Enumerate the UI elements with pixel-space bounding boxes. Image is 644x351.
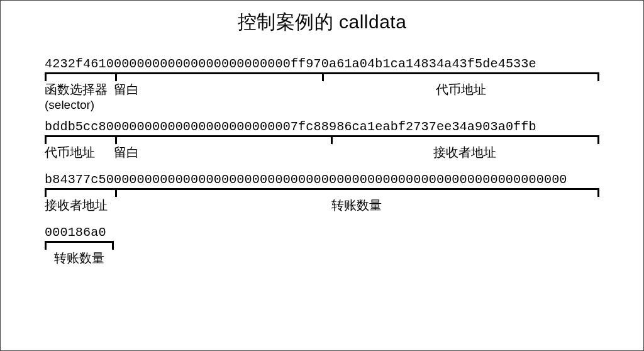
label-text: 代币地址	[436, 81, 486, 98]
bracket-seg	[45, 72, 115, 81]
hex-line: 4232f461 000000000000000000000000 ff970a…	[45, 57, 599, 71]
hex-segment: 0000000000000000000000007	[106, 120, 298, 134]
label-text: 留白	[114, 144, 139, 161]
bracket-seg	[331, 135, 599, 144]
hex-line: b84377c5 0000000000000000000000000000000…	[45, 172, 599, 187]
diagram-frame: 控制案例的 calldata 4232f461 0000000000000000…	[0, 0, 644, 351]
bracket-seg	[115, 135, 331, 144]
hex-segment: b84377c5	[45, 172, 106, 187]
label-text: 转账数量	[54, 250, 104, 267]
hex-segment: fc88986ca1eabf2737ee34a903a0ffb	[298, 120, 536, 134]
segment-label: 代币地址	[322, 81, 599, 112]
hex-segment: ff970a61a04b1ca14834a43f5de4533e	[291, 57, 536, 71]
segment-label: 留白	[114, 144, 331, 161]
segment-label: 代币地址	[45, 144, 114, 161]
segment-bracket	[45, 72, 599, 81]
bracket-seg	[322, 72, 599, 81]
segment-label: 接收者地址	[331, 144, 599, 161]
bracket-seg	[115, 72, 322, 81]
hex-line: bddb5cc8 0000000000000000000000007 fc889…	[45, 120, 599, 134]
bracket-seg	[45, 135, 115, 144]
hex-segment: 000000000000000000000000	[106, 57, 291, 71]
segment-labels: 接收者地址 转账数量	[45, 197, 599, 214]
hex-line: 000186a0	[45, 225, 114, 240]
hex-segment: 0000000000000000000000000000000000000000…	[106, 172, 567, 187]
label-text: 代币地址	[45, 144, 95, 161]
hex-segment: 000186a0	[45, 225, 106, 240]
segment-labels: 函数选择器 (selector) 留白 代币地址	[45, 81, 599, 112]
segment-label: 接收者地址	[45, 197, 114, 214]
label-text: 留白	[114, 81, 139, 98]
label-text: 转账数量	[331, 197, 382, 214]
segment-bracket	[45, 188, 599, 197]
label-text: 接收者地址	[45, 197, 108, 214]
label-subtext: (selector)	[45, 98, 94, 112]
segment-labels: 代币地址 留白 接收者地址	[45, 144, 599, 161]
label-text: 函数选择器	[45, 81, 108, 98]
label-text: 接收者地址	[433, 144, 496, 161]
segment-labels: 转账数量	[45, 250, 114, 267]
bracket-seg	[45, 188, 115, 197]
calldata-row-3: 000186a0 转账数量	[45, 225, 114, 267]
hex-segment: bddb5cc8	[45, 120, 106, 134]
diagram-title: 控制案例的 calldata	[45, 9, 599, 35]
segment-bracket	[45, 135, 599, 144]
segment-bracket	[45, 241, 114, 250]
segment-label: 函数选择器 (selector)	[45, 81, 114, 112]
segment-label: 转账数量	[114, 197, 599, 214]
calldata-row-1: bddb5cc8 0000000000000000000000007 fc889…	[45, 120, 599, 161]
segment-label: 转账数量	[45, 250, 114, 267]
bracket-seg	[115, 188, 599, 197]
calldata-row-0: 4232f461 000000000000000000000000 ff970a…	[45, 57, 599, 112]
bracket-seg	[45, 241, 114, 250]
calldata-row-2: b84377c5 0000000000000000000000000000000…	[45, 172, 599, 214]
hex-segment: 4232f461	[45, 57, 106, 71]
segment-label: 留白	[114, 81, 322, 112]
